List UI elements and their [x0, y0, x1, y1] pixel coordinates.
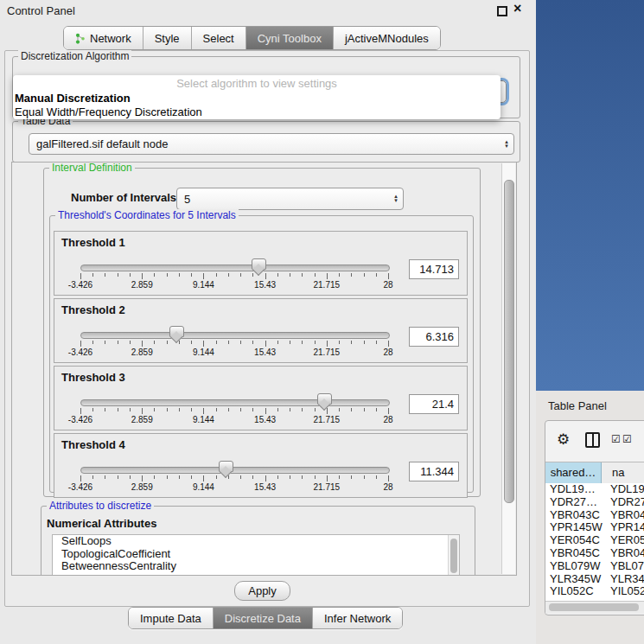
- attributes-scrollbar-thumb[interactable]: [450, 539, 457, 573]
- tick-mark: [265, 341, 266, 347]
- attribute-item-selfloops[interactable]: SelfLoops: [53, 535, 459, 548]
- cell-shared-name: YER054C: [545, 534, 607, 547]
- tab-select[interactable]: Select: [192, 27, 246, 49]
- tab-style[interactable]: Style: [143, 27, 192, 49]
- table-data-group: Table Data galFiltered.sif default node …: [12, 121, 520, 163]
- cell-shared-name: YPR145W: [545, 521, 607, 534]
- threshold-label: Threshold 1: [61, 236, 125, 249]
- table-row[interactable]: YBR043CYBR043C: [545, 509, 644, 522]
- cell-name: YLR345W: [607, 573, 644, 586]
- threshold-slider-thumb[interactable]: [252, 258, 266, 270]
- table-row[interactable]: YER054CYER054C: [545, 534, 644, 547]
- table-row[interactable]: YBR045CYBR045C: [545, 547, 644, 560]
- algorithm-dropdown-popup: Select algorithm to view settings Manual…: [13, 75, 501, 119]
- threshold-label: Threshold 4: [61, 438, 125, 451]
- threshold-slider-track[interactable]: [80, 265, 390, 271]
- tick-mark: [92, 273, 93, 277]
- attribute-item-betweennesscentrality[interactable]: BetweennessCentrality: [53, 560, 459, 573]
- tick-mark: [167, 273, 168, 277]
- tab-infer-network[interactable]: Infer Network: [313, 608, 402, 628]
- threshold-slider-track[interactable]: [80, 399, 390, 406]
- tick-mark: [203, 475, 204, 481]
- network-tab-icon: [75, 33, 86, 44]
- cell-shared-name: YDR27…: [545, 496, 607, 509]
- tick-mark: [302, 408, 303, 411]
- table-hscrollbar-thumb[interactable]: [549, 603, 639, 611]
- close-panel-icon[interactable]: ×: [513, 1, 521, 16]
- table-row[interactable]: YPR145WYPR145W: [545, 521, 644, 534]
- tab-cyni-toolbox[interactable]: Cyni Toolbox: [246, 27, 334, 49]
- tick-mark: [203, 408, 204, 414]
- tick-label: 28: [367, 415, 410, 424]
- float-window-icon[interactable]: [497, 6, 507, 16]
- network-desktop: GAL80GACGAL11GAL4GCY1HHAP2: [536, 0, 644, 391]
- table-hscrollbar[interactable]: [545, 601, 644, 614]
- threshold-value-field[interactable]: 21.4: [409, 394, 459, 414]
- threshold-slider-track[interactable]: [80, 467, 390, 474]
- tick-label: 9.144: [182, 415, 225, 424]
- tab-impute-data[interactable]: Impute Data: [129, 608, 214, 628]
- tick-mark: [376, 408, 377, 411]
- tick-mark: [179, 475, 180, 479]
- tick-mark: [130, 273, 131, 277]
- tick-mark: [327, 273, 328, 279]
- table-row[interactable]: YIL052CYIL052C: [545, 585, 644, 598]
- tick-label: 9.144: [182, 482, 225, 492]
- tick-mark: [216, 341, 217, 344]
- table-row[interactable]: YDR27…YDR27: [545, 496, 644, 509]
- cell-shared-name: YIL052C: [545, 585, 607, 598]
- column-header-shared[interactable]: shared…: [545, 462, 602, 483]
- tick-mark: [290, 273, 290, 277]
- tick-mark: [216, 273, 217, 277]
- table-data-combo[interactable]: galFiltered.sif default node ▴▾: [29, 133, 514, 155]
- algorithm-option-manual-discretization[interactable]: Manual Discretization: [13, 92, 501, 105]
- viewport-scrollbar[interactable]: [501, 163, 515, 574]
- cell-name: YBL079W: [607, 560, 644, 573]
- cell-shared-name: YBR045C: [545, 547, 607, 560]
- tab-label: Cyni Toolbox: [258, 32, 322, 45]
- checkbox-icon[interactable]: ☑: [611, 433, 621, 445]
- tick-mark: [179, 408, 180, 411]
- thresholds-group-title: Threshold's Coordinates for 5 Intervals: [55, 209, 239, 221]
- tick-mark: [277, 341, 278, 344]
- threshold-slider-thumb[interactable]: [317, 393, 332, 405]
- tab-network[interactable]: Network: [64, 27, 143, 49]
- tick-label: 21.715: [305, 482, 348, 492]
- attributes-group-title: Attributes to discretize: [47, 500, 154, 512]
- tick-mark: [364, 273, 365, 277]
- tick-label: 15.43: [244, 348, 287, 357]
- threshold-slider-thumb[interactable]: [169, 326, 184, 337]
- split-columns-icon[interactable]: [585, 432, 600, 448]
- tick-mark: [142, 273, 143, 279]
- control-panel: Control Panel × NetworkStyleSelectCyni T…: [0, 0, 536, 644]
- table-row[interactable]: YLR345WYLR345W: [545, 573, 644, 586]
- threshold-slider-thumb[interactable]: [219, 461, 233, 472]
- tick-mark: [240, 408, 241, 411]
- tick-mark: [339, 475, 340, 479]
- column-header-na[interactable]: na: [602, 462, 644, 483]
- threshold-block: Threshold 4-3.4262.8599.14415.4321.71528…: [54, 433, 468, 498]
- tick-mark: [327, 475, 328, 481]
- checkbox-icon[interactable]: ☑: [622, 433, 632, 445]
- algorithm-option-equal-width-frequency-discretization[interactable]: Equal Width/Frequency Discretization: [13, 105, 501, 119]
- threshold-slider-track[interactable]: [80, 332, 390, 339]
- attributes-scrollbar[interactable]: [448, 535, 459, 576]
- threshold-value-field[interactable]: 14.713: [409, 259, 459, 279]
- tick-mark: [364, 408, 365, 411]
- table-row[interactable]: YBL079WYBL079W: [545, 560, 644, 573]
- tick-mark: [240, 475, 241, 479]
- numerical-attributes-list[interactable]: SelfLoopsTopologicalCoefficientBetweenne…: [52, 534, 460, 576]
- viewport-scrollbar-thumb[interactable]: [504, 180, 514, 503]
- table-row[interactable]: YDL19…YDL19: [545, 483, 644, 496]
- apply-button[interactable]: Apply: [234, 581, 290, 601]
- table-toolbar: ⚙ ☑ ☑: [545, 421, 644, 461]
- threshold-value-field[interactable]: 11.344: [409, 462, 459, 481]
- attribute-item-topologicalcoefficient[interactable]: TopologicalCoefficient: [53, 548, 459, 561]
- tick-mark: [179, 273, 180, 277]
- number-of-intervals-spinner[interactable]: 5 ▴▾: [176, 188, 404, 210]
- tab-jactivemnodules[interactable]: jActiveMNodules: [334, 27, 440, 49]
- tab-discretize-data[interactable]: Discretize Data: [214, 608, 313, 628]
- gear-icon[interactable]: ⚙: [557, 430, 570, 448]
- threshold-value-field[interactable]: 6.316: [409, 327, 459, 347]
- numerical-attributes-label: Numerical Attributes: [47, 517, 156, 530]
